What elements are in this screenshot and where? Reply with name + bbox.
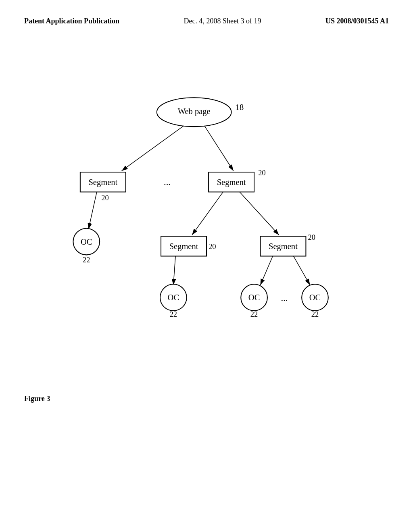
level3-right-oc2-label: OC bbox=[309, 293, 321, 302]
figure-caption: Figure 3 bbox=[24, 395, 50, 403]
level2-right-label: Segment bbox=[269, 242, 298, 251]
root-id: 18 bbox=[236, 103, 244, 112]
root-to-right-segment-line bbox=[204, 126, 234, 171]
level3-mid-oc-id: 22 bbox=[170, 310, 177, 318]
level3-dots: ... bbox=[281, 293, 288, 303]
level3-right-oc1-id: 22 bbox=[250, 310, 258, 318]
right-seg-to-right-seg-line bbox=[240, 192, 279, 235]
level2-left-oc-id: 22 bbox=[83, 256, 90, 264]
level1-left-label: Segment bbox=[88, 178, 117, 187]
right-seg-to-oc2-line bbox=[294, 256, 310, 285]
figure-3-diagram: Web page 18 Segment 20 ... Segment 20 OC… bbox=[20, 81, 393, 355]
level2-mid-id: 20 bbox=[209, 243, 216, 251]
root-to-left-segment-line bbox=[122, 126, 184, 171]
mid-seg-to-oc-line bbox=[173, 256, 175, 285]
level3-mid-oc-label: OC bbox=[168, 293, 179, 302]
level1-right-id: 20 bbox=[258, 169, 265, 177]
level2-right-id: 20 bbox=[308, 233, 315, 241]
right-seg-to-oc1-line bbox=[260, 256, 273, 285]
level2-mid-label: Segment bbox=[169, 242, 198, 251]
level1-right-label: Segment bbox=[217, 178, 246, 187]
level2-left-oc-label: OC bbox=[81, 237, 92, 246]
publication-label: Patent Application Publication bbox=[24, 16, 119, 26]
patent-number-label: US 2008/0301545 A1 bbox=[325, 16, 389, 26]
level3-right-oc1-label: OC bbox=[248, 293, 260, 302]
level3-right-oc2-id: 22 bbox=[311, 310, 319, 318]
right-seg-to-mid-seg-line bbox=[192, 192, 223, 235]
left-seg-to-oc-line bbox=[88, 192, 97, 229]
level1-dots: ... bbox=[164, 177, 171, 187]
level1-left-id: 20 bbox=[101, 194, 108, 202]
root-label: Web page bbox=[178, 107, 211, 116]
date-sheet-label: Dec. 4, 2008 Sheet 3 of 19 bbox=[184, 16, 261, 26]
